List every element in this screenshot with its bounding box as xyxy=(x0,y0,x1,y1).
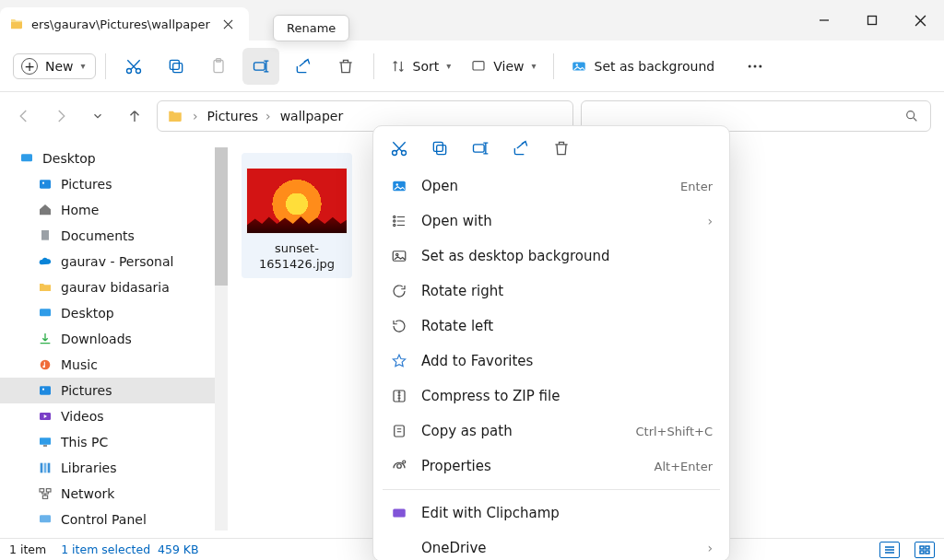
svg-point-10 xyxy=(575,64,577,65)
file-name: sunset-1651426.jpg xyxy=(242,241,352,273)
pictures-icon xyxy=(37,176,53,192)
home-icon xyxy=(37,202,53,218)
tree-libraries[interactable]: Libraries xyxy=(0,455,228,481)
music-icon xyxy=(37,356,53,373)
tab-close-icon[interactable] xyxy=(218,13,240,35)
svg-point-43 xyxy=(394,224,395,226)
ctx-onedrive[interactable]: OneDrive › xyxy=(379,531,724,560)
toolbar: + New ▾ Sort ▾ View ▾ Set as background xyxy=(0,41,944,92)
tree-network[interactable]: Network xyxy=(0,481,228,507)
details-layout-button[interactable] xyxy=(879,542,900,558)
tree-user-folder[interactable]: gaurav bidasaria xyxy=(0,274,228,300)
tree-pictures[interactable]: Pictures xyxy=(0,171,228,197)
folder-icon xyxy=(9,17,24,31)
svg-rect-38 xyxy=(474,145,485,152)
svg-rect-22 xyxy=(40,386,51,394)
open-icon xyxy=(390,177,408,195)
svg-rect-8 xyxy=(473,61,484,69)
ctx-set-background[interactable]: Set as desktop background xyxy=(379,239,724,274)
tree-home[interactable]: Home xyxy=(0,197,228,223)
delete-icon[interactable] xyxy=(327,48,364,85)
ctx-delete-icon[interactable] xyxy=(550,137,572,159)
cut-icon[interactable] xyxy=(115,48,152,85)
svg-rect-54 xyxy=(926,551,929,554)
svg-rect-29 xyxy=(48,463,51,473)
file-item[interactable]: sunset-1651426.jpg xyxy=(242,153,352,278)
folder-icon xyxy=(37,279,53,296)
ctx-share-icon[interactable] xyxy=(510,137,532,159)
svg-rect-30 xyxy=(40,489,44,492)
ctx-rename-icon[interactable] xyxy=(469,137,491,159)
svg-point-35 xyxy=(402,151,407,156)
window-controls xyxy=(800,0,944,41)
tree-music[interactable]: Music xyxy=(0,352,228,378)
nav-recent-icon[interactable] xyxy=(83,101,112,131)
tree-desktop[interactable]: Desktop xyxy=(0,146,228,171)
svg-rect-37 xyxy=(433,142,442,151)
maximize-button[interactable] xyxy=(848,0,896,41)
search-icon xyxy=(904,109,919,123)
ctx-open-with[interactable]: Open with › xyxy=(379,204,724,239)
separator xyxy=(105,53,106,79)
tree-control-panel[interactable]: Control Panel xyxy=(0,507,228,532)
sidebar: Desktop Pictures Home Documents gaurav -… xyxy=(0,140,229,538)
sidebar-scrollbar[interactable] xyxy=(215,147,228,531)
thumbnails-layout-button[interactable] xyxy=(914,542,935,558)
ctx-copy-path[interactable]: Copy as path Ctrl+Shift+C xyxy=(379,414,724,449)
svg-point-20 xyxy=(41,360,51,370)
sort-button[interactable]: Sort ▾ xyxy=(384,53,459,79)
crumb-wallpaper[interactable]: wallpaper xyxy=(280,109,344,123)
tree-onedrive-personal[interactable]: gaurav - Personal xyxy=(0,249,228,274)
svg-point-14 xyxy=(907,111,914,119)
svg-rect-53 xyxy=(920,551,924,554)
context-quick-actions xyxy=(379,134,724,169)
nav-back-icon[interactable] xyxy=(9,101,39,131)
cloud-icon xyxy=(37,253,53,270)
ctx-properties[interactable]: Properties Alt+Enter xyxy=(379,449,724,484)
paste-icon[interactable] xyxy=(200,48,237,85)
ctx-compress[interactable]: Compress to ZIP file xyxy=(379,379,724,414)
tree-pictures-selected[interactable]: Pictures xyxy=(0,378,228,403)
view-label: View xyxy=(493,59,524,74)
svg-rect-18 xyxy=(41,230,49,240)
tree-thispc[interactable]: This PC xyxy=(0,429,228,455)
set-background-button[interactable]: Set as background xyxy=(563,52,723,80)
minimize-button[interactable] xyxy=(800,0,848,41)
ctx-rotate-right[interactable]: Rotate right xyxy=(379,274,724,309)
separator xyxy=(553,53,554,79)
ctx-cut-icon[interactable] xyxy=(388,137,410,159)
close-button[interactable] xyxy=(896,0,944,41)
ctx-rotate-left[interactable]: Rotate left xyxy=(379,309,724,344)
tree-documents[interactable]: Documents xyxy=(0,223,228,249)
chevron-down-icon: ▾ xyxy=(532,61,537,71)
nav-forward-icon[interactable] xyxy=(46,101,76,131)
ctx-copy-icon[interactable] xyxy=(429,137,451,159)
ctx-open[interactable]: Open Enter xyxy=(379,169,724,204)
new-button[interactable]: + New ▾ xyxy=(13,53,96,79)
downloads-icon xyxy=(37,331,53,347)
view-button[interactable]: View ▾ xyxy=(464,53,543,79)
sort-label: Sort xyxy=(413,59,440,74)
chevron-right-icon: › xyxy=(266,109,271,123)
rename-tooltip: Rename xyxy=(273,15,349,41)
tree-downloads[interactable]: Downloads xyxy=(0,326,228,352)
network-icon xyxy=(37,485,53,502)
tab[interactable]: ers\gaurav\Pictures\wallpaper xyxy=(0,7,249,41)
copy-icon[interactable] xyxy=(158,48,195,85)
status-selected: 1 item selected 459 KB xyxy=(61,542,198,556)
desktop-icon xyxy=(18,150,35,167)
more-button[interactable] xyxy=(737,48,773,85)
crumb-pictures[interactable]: Pictures› xyxy=(207,109,271,123)
zip-icon xyxy=(390,387,408,405)
tree-desktop2[interactable]: Desktop xyxy=(0,300,228,326)
rename-icon[interactable] xyxy=(242,48,279,85)
svg-rect-31 xyxy=(46,489,51,492)
svg-point-40 xyxy=(396,183,398,185)
ctx-favorites[interactable]: Add to Favorites xyxy=(379,344,724,379)
share-icon[interactable] xyxy=(285,48,322,85)
ctx-clipchamp[interactable]: Edit with Clipchamp xyxy=(379,496,724,531)
tree-videos[interactable]: Videos xyxy=(0,403,228,429)
control-panel-icon xyxy=(37,511,53,528)
desktop-icon xyxy=(37,305,53,321)
nav-up-icon[interactable] xyxy=(120,101,149,131)
